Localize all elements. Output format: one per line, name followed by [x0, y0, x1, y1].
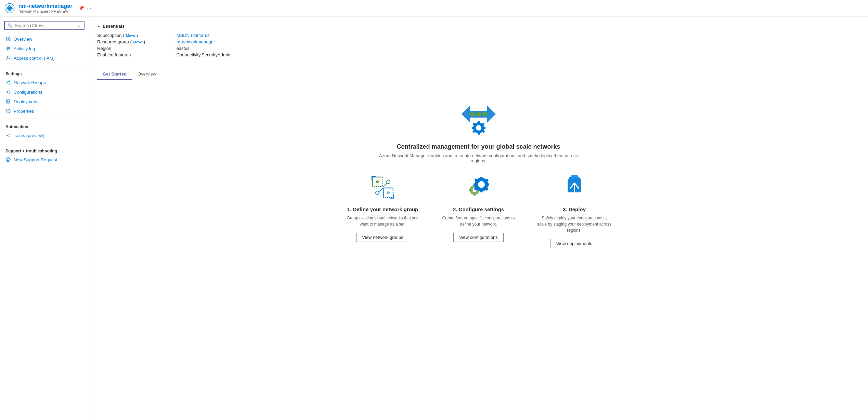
svg-point-29	[9, 136, 10, 137]
resource-group-value[interactable]: rg-networkmanager	[177, 39, 215, 44]
svg-rect-64	[469, 189, 471, 191]
essentials-grid: Subscription (Move) : MSDN Platforms Res…	[97, 33, 860, 57]
svg-point-21	[6, 90, 10, 94]
step-1: 1. Define your network group Group exist…	[345, 174, 420, 248]
svg-line-9	[9, 40, 10, 40]
svg-rect-45	[478, 132, 480, 135]
app-title-block: nm-networkmanager Network Manager | PREV…	[18, 3, 72, 13]
hero-section: Centralized management for your global s…	[97, 89, 860, 258]
step-3: 3. Deploy Safely deploy your configurati…	[537, 174, 612, 248]
nav-deployments[interactable]: Deployments	[0, 97, 89, 106]
nav-network-groups[interactable]: Network Groups	[0, 78, 89, 87]
nav-activity-log-label: Activity log	[14, 46, 35, 51]
app-header: nm-networkmanager Network Manager | PREV…	[0, 0, 868, 17]
more-options-icon[interactable]: ···	[87, 5, 91, 11]
search-box[interactable]: 🔍 «	[4, 21, 85, 30]
essentials-title: Essentials	[103, 24, 125, 29]
svg-line-57	[383, 183, 387, 187]
svg-rect-47	[483, 127, 485, 129]
view-deployments-button[interactable]: View deployments	[550, 239, 598, 248]
svg-point-28	[9, 134, 10, 135]
svg-point-16	[9, 80, 10, 82]
nav-new-support-request[interactable]: New Support Request	[0, 155, 89, 164]
configurations-icon	[5, 89, 11, 95]
step-1-icon	[369, 174, 397, 201]
settings-divider	[4, 66, 85, 66]
tab-get-started[interactable]: Get Started	[97, 69, 132, 80]
svg-point-67	[478, 181, 485, 188]
support-divider	[4, 143, 85, 143]
nav-properties[interactable]: Properties	[0, 106, 89, 116]
step-3-title: 3. Deploy	[563, 206, 586, 212]
svg-point-54	[376, 191, 379, 194]
svg-point-26	[8, 112, 9, 113]
svg-point-5	[8, 38, 9, 40]
network-groups-icon	[5, 80, 11, 85]
enabled-features-label: Enabled features	[97, 52, 172, 57]
svg-line-30	[8, 135, 9, 135]
svg-point-33	[7, 159, 9, 161]
nav-support-label: New Support Request	[14, 157, 57, 162]
essentials-row-region: Region : eastus	[97, 46, 860, 51]
nav-overview-label: Overview	[14, 37, 32, 42]
svg-rect-44	[478, 121, 480, 124]
svg-line-18	[8, 81, 9, 82]
step-2-title: 2. Configure settings	[453, 206, 504, 212]
hero-description: Azure Network Manager enables you to cre…	[376, 153, 581, 163]
svg-line-8	[7, 40, 8, 40]
svg-rect-70	[474, 184, 476, 186]
pin-icon[interactable]: 📌	[78, 5, 84, 11]
properties-icon	[5, 108, 11, 114]
steps-section: 1. Define your network group Group exist…	[345, 174, 612, 248]
tab-overview[interactable]: Overview	[132, 69, 161, 80]
tasks-icon	[5, 133, 11, 138]
svg-point-39	[470, 112, 475, 117]
enabled-features-value: Connectivity,SecurityAdmin	[177, 52, 230, 57]
essentials-row-enabled-features: Enabled features : Connectivity,Security…	[97, 52, 860, 57]
nav-configurations-label: Configurations	[14, 90, 42, 95]
step-2-desc: Create feature-specific configurations t…	[441, 215, 516, 227]
nav-overview[interactable]: Overview	[0, 34, 89, 44]
collapse-button[interactable]: «	[76, 23, 81, 28]
svg-rect-71	[487, 184, 489, 186]
app-logo	[4, 3, 15, 14]
nav-activity-log[interactable]: Activity log	[0, 44, 89, 53]
view-network-groups-button[interactable]: View network groups	[356, 233, 409, 242]
svg-point-58	[376, 180, 379, 183]
svg-point-20	[7, 91, 9, 93]
step-1-desc: Group existing virtual networks that you…	[345, 215, 420, 227]
deployments-icon	[5, 99, 11, 104]
essentials-header: ▲ Essentials	[97, 24, 860, 29]
svg-point-15	[6, 82, 8, 83]
view-configurations-button[interactable]: View configurations	[453, 233, 504, 242]
main-layout: 🔍 « Overview	[0, 17, 868, 420]
subscription-value[interactable]: MSDN Platforms	[177, 33, 210, 38]
resource-group-move-link[interactable]: Move	[133, 40, 142, 44]
svg-rect-78	[571, 175, 578, 178]
step-3-desc: Safely deploy your configurations at sca…	[537, 215, 612, 233]
settings-section-header: Settings	[0, 69, 89, 78]
search-icon: 🔍	[8, 23, 13, 28]
subscription-move-link[interactable]: Move	[126, 33, 135, 38]
svg-point-40	[476, 112, 481, 117]
svg-point-2	[7, 8, 8, 9]
nav-access-control[interactable]: Access control (IAM)	[0, 53, 89, 63]
hero-icon	[455, 95, 503, 136]
essentials-chevron-icon[interactable]: ▲	[97, 24, 101, 28]
svg-point-27	[7, 135, 8, 136]
nav-configurations[interactable]: Configurations	[0, 87, 89, 97]
nav-tasks-preview[interactable]: Tasks (preview)	[0, 131, 89, 140]
svg-rect-69	[480, 190, 482, 192]
automation-divider	[4, 119, 85, 119]
support-icon	[5, 157, 11, 162]
header-actions[interactable]: 📌 ···	[78, 5, 91, 11]
svg-point-1	[8, 7, 11, 10]
nav-tasks-label: Tasks (preview)	[14, 133, 44, 138]
search-input[interactable]	[15, 23, 74, 28]
svg-line-56	[379, 188, 383, 193]
nav-properties-label: Properties	[14, 109, 34, 114]
svg-point-3	[11, 8, 12, 9]
essentials-row-resource-group: Resource group (Move) : rg-networkmanage…	[97, 39, 860, 44]
svg-line-31	[8, 136, 9, 136]
svg-point-14	[7, 56, 9, 58]
